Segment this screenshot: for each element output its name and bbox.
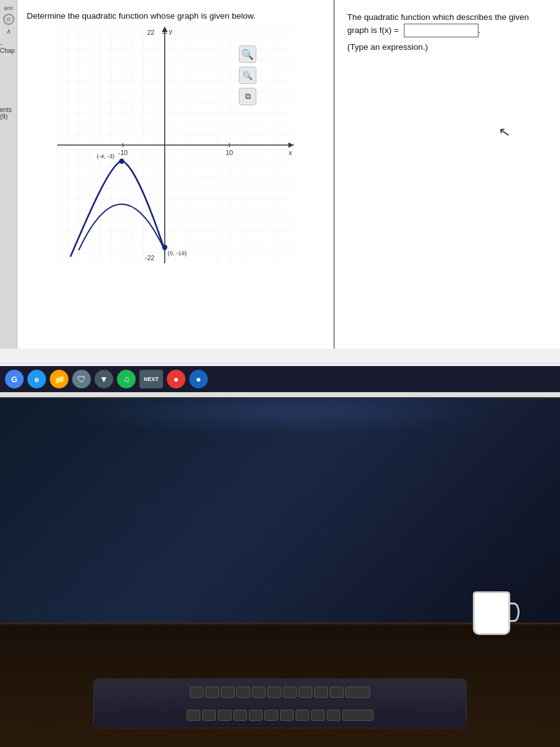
zoom-in-button[interactable]: 🔍	[239, 45, 256, 63]
question-container: ann ⊙ ∧ - Chap ents (9) Determine the qu…	[0, 0, 560, 349]
key-i[interactable]	[296, 710, 309, 721]
key-7[interactable]	[283, 687, 297, 698]
sidebar-ann: ann	[4, 5, 13, 11]
key-backspace[interactable]	[345, 687, 370, 698]
key-4[interactable]	[236, 687, 250, 698]
key-2[interactable]	[205, 687, 219, 698]
svg-text:(0, -19): (0, -19)	[167, 250, 187, 256]
key-5[interactable]	[252, 687, 266, 698]
key-y[interactable]	[264, 710, 278, 721]
side-strip: ann ⊙ ∧ - Chap ents (9)	[0, 0, 17, 349]
taskbar: G e 📁 🛡 ▼ ♫ NEXT ● ●	[0, 366, 560, 392]
key-q[interactable]	[187, 710, 200, 721]
right-prompt2: (Type an expression.)	[347, 41, 548, 54]
left-panel: Determine the quadratic function whose g…	[17, 0, 335, 349]
desk-area	[0, 398, 560, 747]
key-t[interactable]	[249, 710, 263, 721]
key-o[interactable]	[311, 710, 325, 721]
taskbar-shield[interactable]: 🛡	[72, 370, 91, 388]
sidebar-caret[interactable]: ∧	[6, 27, 11, 35]
key-r[interactable]	[233, 710, 247, 721]
taskbar-files[interactable]: 📁	[50, 370, 68, 388]
sidebar-chap: - Chap	[0, 40, 17, 54]
cursor-arrow-icon: ↖	[498, 124, 511, 142]
monitor-glow	[62, 398, 498, 436]
main-window: ann ⊙ ∧ - Chap ents (9) Determine the qu…	[0, 0, 560, 398]
sidebar-ents: ents (9)	[0, 106, 17, 120]
answer-input[interactable]	[404, 24, 478, 37]
key-1[interactable]	[190, 687, 203, 698]
right-panel: The quadratic function which describes t…	[335, 0, 560, 349]
key-6[interactable]	[268, 687, 281, 698]
vertex-point	[119, 159, 124, 164]
taskbar-red[interactable]: ●	[167, 370, 185, 388]
key-9[interactable]	[314, 687, 328, 698]
desk-surface	[0, 622, 560, 747]
keyboard	[93, 679, 467, 728]
svg-text:-22: -22	[145, 254, 154, 261]
graph-svg: -10 10 x 22 -22 y	[57, 27, 294, 263]
bottom-point	[162, 245, 167, 250]
taskbar-google[interactable]: G	[5, 370, 24, 388]
zoom-out-button[interactable]: 🔍	[239, 67, 256, 84]
key-e[interactable]	[218, 710, 231, 721]
key-p[interactable]	[327, 710, 340, 721]
key-0[interactable]	[330, 687, 343, 698]
right-prompt: The quadratic function which describes t…	[347, 11, 548, 37]
taskbar-music[interactable]: ♫	[117, 370, 136, 388]
svg-text:x: x	[289, 149, 292, 156]
key-8[interactable]	[299, 687, 312, 698]
taskbar-edge[interactable]: e	[27, 370, 46, 388]
svg-text:(-4, -3): (-4, -3)	[96, 153, 114, 159]
key-enter[interactable]	[342, 710, 373, 721]
expand-button[interactable]: ⧉	[239, 88, 256, 105]
svg-text:y: y	[169, 27, 172, 35]
sidebar-circle[interactable]: ⊙	[3, 14, 14, 25]
svg-text:-10: -10	[118, 149, 128, 156]
key-w[interactable]	[202, 710, 216, 721]
svg-text:22: 22	[147, 29, 154, 36]
key-u[interactable]	[280, 710, 294, 721]
graph-area: 🔍 🔍 ⧉	[57, 27, 294, 263]
svg-text:10: 10	[226, 149, 233, 156]
zoom-controls: 🔍 🔍 ⧉	[239, 45, 256, 105]
coffee-mug	[473, 591, 510, 635]
taskbar-blue[interactable]: ●	[189, 370, 208, 388]
taskbar-arrow[interactable]: ▼	[95, 370, 113, 388]
key-3[interactable]	[221, 687, 235, 698]
left-prompt: Determine the quadratic function whose g…	[27, 11, 324, 21]
taskbar-next[interactable]: NEXT	[139, 370, 163, 388]
